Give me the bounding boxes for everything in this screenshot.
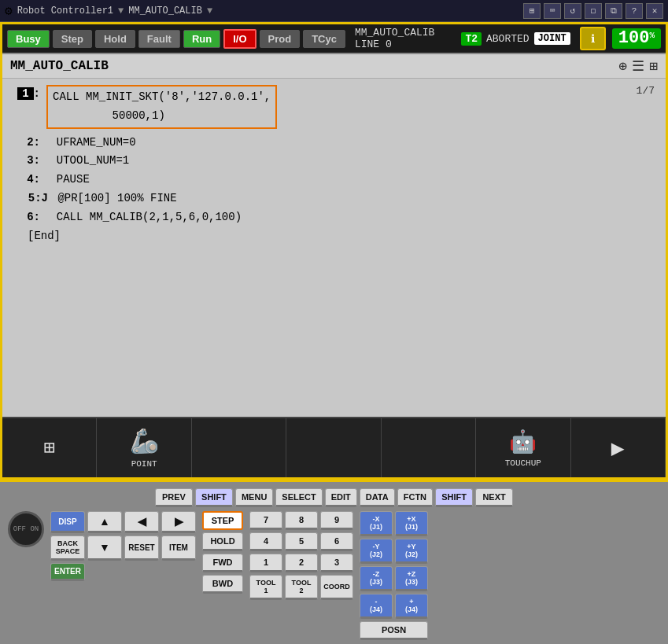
edit-button[interactable]: EDIT bbox=[325, 488, 357, 507]
num-4[interactable]: 4 bbox=[249, 532, 282, 551]
bwd-button[interactable]: BWD bbox=[202, 575, 243, 594]
num-3[interactable]: 3 bbox=[320, 554, 353, 572]
hold-kbd-button[interactable]: HOLD bbox=[202, 532, 243, 551]
line-content-4: PAUSE bbox=[43, 171, 656, 190]
close-icon[interactable]: ✕ bbox=[646, 3, 663, 19]
toolbar-empty1 bbox=[192, 418, 286, 477]
line-content-3: UTOOL_NUM=1 bbox=[43, 152, 656, 171]
tcyc-button[interactable]: TCyc bbox=[303, 30, 345, 48]
program-title-bar: MM_AUTO_CALIB ⊕ ☰ ⊞ bbox=[2, 54, 666, 79]
grid-icon[interactable]: ⊞ bbox=[523, 3, 541, 19]
enter-button[interactable]: ENTER bbox=[50, 563, 85, 581]
program-line-text: MM_AUTO_CALIB LINE 0 bbox=[355, 27, 456, 50]
keyboard-icon[interactable]: ⌨ bbox=[544, 3, 561, 19]
split-view-icon[interactable]: ⊞ bbox=[649, 57, 658, 75]
step-button[interactable]: Step bbox=[53, 30, 92, 48]
num-8[interactable]: 8 bbox=[285, 511, 318, 530]
code-line-end: [End] bbox=[28, 227, 656, 246]
toolbar-empty3 bbox=[382, 418, 476, 477]
axis-plus-j2[interactable]: +Y(J2) bbox=[395, 539, 428, 564]
fctn-button[interactable]: FCTN bbox=[397, 488, 433, 507]
busy-button[interactable]: Busy bbox=[7, 30, 50, 48]
program-title: MM_AUTO_CALIB bbox=[10, 59, 109, 73]
shift-left-button[interactable]: SHIFT bbox=[195, 488, 233, 507]
task-badge: T2 bbox=[461, 32, 482, 46]
num-7[interactable]: 7 bbox=[249, 511, 282, 530]
title-robot-name: Robot Controller1 bbox=[17, 6, 113, 17]
toolbar-touchup[interactable]: 🤖 TOUCHUP bbox=[476, 418, 570, 477]
step-kbd-button[interactable]: STEP bbox=[202, 511, 243, 530]
offon-button[interactable]: OFF ON bbox=[8, 511, 44, 547]
toolbar-next[interactable]: ▶ bbox=[571, 418, 666, 477]
grid-toolbar-icon: ⊞ bbox=[43, 436, 54, 459]
help-icon[interactable]: ? bbox=[626, 3, 643, 19]
toolbar-empty2 bbox=[286, 418, 381, 477]
axis-plus-j4[interactable]: +(J4) bbox=[395, 594, 428, 619]
coord-button[interactable]: COORD bbox=[320, 575, 353, 600]
line-content-2: UFRAME_NUM=0 bbox=[43, 134, 656, 153]
prev-button[interactable]: PREV bbox=[155, 488, 193, 507]
io-button[interactable]: I/O bbox=[223, 29, 256, 49]
code-line-5: 5:J @PR[100] 100% FINE bbox=[12, 190, 656, 208]
axis-plus-j3[interactable]: +Z(J3) bbox=[395, 566, 428, 591]
title-bar-icons: ⊞ ⌨ ↺ ◻ ⧉ ? ✕ bbox=[523, 3, 663, 19]
num-9[interactable]: 9 bbox=[320, 511, 353, 530]
reset-button[interactable]: RESET bbox=[124, 535, 159, 561]
bottom-toolbar: ⊞ 🦾 POINT 🤖 TOUCHUP ▶ bbox=[2, 417, 666, 480]
disp-button[interactable]: DISP bbox=[50, 511, 85, 533]
line-number-6: 6: bbox=[12, 208, 43, 227]
line-content-1: CALL MM_INIT_SKT('8','127.0.0.1', 50000,… bbox=[46, 85, 277, 129]
hold-button[interactable]: Hold bbox=[95, 30, 135, 48]
arrow-right-button[interactable]: ▶ bbox=[161, 511, 196, 533]
refresh-icon[interactable]: ↺ bbox=[564, 3, 581, 19]
num-1[interactable]: 1 bbox=[249, 554, 282, 572]
back-space-button[interactable]: BACKSPACE bbox=[50, 535, 85, 561]
fault-button[interactable]: Fault bbox=[138, 30, 180, 48]
run-button[interactable]: Run bbox=[183, 30, 220, 48]
fwd-button[interactable]: FWD bbox=[202, 554, 243, 572]
restore-icon[interactable]: ⧉ bbox=[605, 3, 622, 19]
warning-icon: ℹ bbox=[580, 27, 606, 50]
shift-right-button[interactable]: SHIFT bbox=[435, 488, 473, 507]
axis-minus-j4[interactable]: -(J4) bbox=[360, 594, 393, 619]
toolbar-grid[interactable]: ⊞ bbox=[2, 418, 97, 477]
code-line-6: 6: CALL MM_CALIB(2,1,5,6,0,100) bbox=[12, 208, 656, 227]
toolbar-point-label: POINT bbox=[131, 459, 157, 469]
tool2-button[interactable]: TOOL2 bbox=[285, 575, 318, 600]
axis-minus-j3[interactable]: -Z(J3) bbox=[360, 566, 393, 591]
toolbar-touchup-label: TOUCHUP bbox=[505, 458, 541, 468]
menu-button[interactable]: MENU bbox=[235, 488, 273, 507]
status-bar: Busy Step Hold Fault Run I/O Prod TCyc M… bbox=[2, 24, 666, 54]
arrow-left-button[interactable]: ◀ bbox=[124, 511, 159, 533]
axis-minus-j2[interactable]: -Y(J2) bbox=[360, 539, 393, 564]
page-indicator: 1/7 bbox=[637, 85, 655, 97]
arrow-down-button[interactable]: ▼ bbox=[87, 535, 122, 561]
code-line-4: 4: PAUSE bbox=[12, 171, 656, 190]
axis-minus-j1[interactable]: -X(J1) bbox=[360, 511, 393, 536]
next-button[interactable]: NEXT bbox=[475, 488, 513, 507]
arrow-up-button[interactable]: ▲ bbox=[87, 511, 122, 533]
code-area: 1/7 1: CALL MM_INIT_SKT('8','127.0.0.1',… bbox=[2, 79, 666, 417]
add-icon[interactable]: ⊕ bbox=[618, 57, 627, 75]
window-icon[interactable]: ◻ bbox=[585, 3, 602, 19]
toolbar-point[interactable]: 🦾 POINT bbox=[97, 418, 191, 477]
program-title-icons: ⊕ ☰ ⊞ bbox=[618, 57, 658, 75]
num-5[interactable]: 5 bbox=[285, 532, 318, 551]
line-content-end: [End] bbox=[28, 227, 656, 246]
line-content-5: @PR[100] 100% FINE bbox=[51, 190, 656, 208]
tool1-button[interactable]: TOOL1 bbox=[249, 575, 282, 600]
keyboard-area: PREV SHIFT MENU SELECT EDIT DATA FCTN SH… bbox=[0, 482, 668, 644]
percent-display: 100 % bbox=[612, 28, 661, 49]
menu-lines-icon[interactable]: ☰ bbox=[632, 57, 644, 75]
touchup-icon: 🤖 bbox=[509, 429, 537, 455]
line-number-2: 2: bbox=[12, 134, 43, 153]
num-6[interactable]: 6 bbox=[320, 532, 353, 551]
posn-button[interactable]: POSN bbox=[360, 621, 428, 640]
item-button[interactable]: ITEM bbox=[161, 535, 196, 561]
prod-button[interactable]: Prod bbox=[260, 30, 301, 48]
data-button[interactable]: DATA bbox=[360, 488, 395, 507]
axis-plus-j1[interactable]: +X(J1) bbox=[395, 511, 428, 536]
num-2[interactable]: 2 bbox=[285, 554, 318, 572]
select-button[interactable]: SELECT bbox=[275, 488, 322, 507]
code-line-3: 3: UTOOL_NUM=1 bbox=[12, 152, 656, 171]
